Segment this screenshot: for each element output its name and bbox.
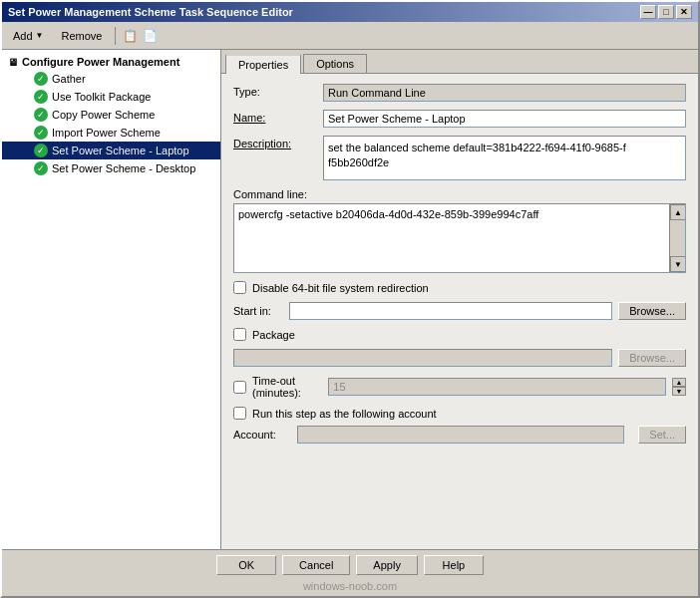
close-button[interactable]: ✕: [676, 5, 692, 19]
type-value-container: [323, 84, 686, 102]
sidebar-item-label-toolkit: Use Toolkit Package: [52, 91, 151, 103]
package-input[interactable]: [233, 349, 612, 367]
tree-expand-icon: 🖥: [8, 57, 18, 68]
sidebar-header: 🖥 Configure Power Management: [2, 54, 220, 70]
sidebar-item-gather[interactable]: ✓ Gather: [2, 70, 220, 88]
spin-down-button[interactable]: ▼: [672, 387, 686, 396]
package-checkbox[interactable]: [233, 328, 246, 341]
timeout-label: Time-out (minutes):: [252, 375, 322, 399]
browse1-button[interactable]: Browse...: [618, 302, 686, 320]
tab-bar: Properties Options: [221, 50, 698, 74]
run-step-checkbox[interactable]: [233, 407, 246, 420]
add-dropdown-icon: ▼: [36, 31, 44, 40]
sidebar-item-toolkit[interactable]: ✓ Use Toolkit Package: [2, 88, 220, 106]
sidebar-item-import[interactable]: ✓ Import Power Scheme: [2, 124, 220, 142]
toolbar-icon-2[interactable]: 📄: [142, 28, 158, 44]
scroll-track: [670, 220, 685, 256]
sidebar-item-label-import: Import Power Scheme: [52, 127, 161, 139]
title-bar-buttons: — □ ✕: [640, 5, 692, 19]
spin-up-button[interactable]: ▲: [672, 378, 686, 387]
timeout-checkbox[interactable]: [233, 381, 246, 394]
window-title: Set Power Management Scheme Task Sequenc…: [8, 6, 293, 18]
timeout-input[interactable]: [328, 378, 666, 396]
run-step-row: Run this step as the following account: [233, 407, 686, 420]
type-input[interactable]: [323, 84, 686, 102]
toolbar-icon-1[interactable]: 📋: [122, 28, 138, 44]
description-text: set the balanced scheme default=381b4222…: [328, 142, 626, 168]
sidebar-item-desktop[interactable]: ✓ Set Power Scheme - Desktop: [2, 159, 220, 177]
toolbar-separator: [115, 27, 116, 45]
sidebar-item-copy[interactable]: ✓ Copy Power Scheme: [2, 106, 220, 124]
title-bar: Set Power Management Scheme Task Sequenc…: [2, 2, 698, 22]
description-label: Description:: [233, 136, 323, 150]
package-section: Package Browse...: [233, 328, 686, 367]
apply-button[interactable]: Apply: [356, 555, 418, 575]
toolbar: Add ▼ Remove 📋 📄: [2, 22, 698, 50]
sidebar-item-laptop[interactable]: ✓ Set Power Scheme - Laptop: [2, 142, 220, 159]
package-input-wrap: [233, 349, 612, 367]
main-content: 🖥 Configure Power Management ✓ Gather ✓ …: [2, 50, 698, 549]
remove-button[interactable]: Remove: [55, 27, 110, 45]
account-label: Account:: [233, 429, 289, 441]
check-icon-gather: ✓: [34, 72, 48, 86]
bottom-bar: OK Cancel Apply Help: [2, 549, 698, 580]
form-row-type: Type:: [233, 84, 686, 102]
watermark: windows-noob.com: [2, 580, 698, 596]
start-in-input-wrap: [289, 302, 612, 320]
package-label: Package: [252, 329, 295, 341]
timeout-spinner: ▲ ▼: [672, 378, 686, 396]
check-icon-desktop: ✓: [34, 161, 48, 175]
bottom-area: OK Cancel Apply Help windows-noob.com: [2, 549, 698, 596]
description-box[interactable]: set the balanced scheme default=381b4222…: [323, 136, 686, 180]
timeout-row: Time-out (minutes): ▲ ▼: [233, 375, 686, 399]
cmdline-section: Command line: powercfg -setactive b20406…: [233, 188, 686, 273]
account-input-wrap: [297, 426, 624, 444]
browse2-button[interactable]: Browse...: [618, 349, 686, 367]
account-input[interactable]: [297, 426, 624, 444]
check-icon-copy: ✓: [34, 108, 48, 122]
sidebar-item-label-gather: Gather: [52, 73, 86, 85]
check-icon-laptop: ✓: [34, 144, 48, 157]
cmdline-box[interactable]: powercfg -setactive b20406da-4d0d-432e-8…: [233, 203, 686, 273]
ok-button[interactable]: OK: [216, 555, 276, 575]
tab-options[interactable]: Options: [303, 54, 367, 73]
type-label: Type:: [233, 84, 323, 98]
form-row-name: Name:: [233, 110, 686, 128]
description-value-container: set the balanced scheme default=381b4222…: [323, 136, 686, 180]
name-label: Name:: [233, 110, 323, 124]
sidebar-item-label-desktop: Set Power Scheme - Desktop: [52, 162, 195, 174]
help-button[interactable]: Help: [424, 555, 484, 575]
form-row-description: Description: set the balanced scheme def…: [233, 136, 686, 180]
check-icon-import: ✓: [34, 126, 48, 140]
set-button[interactable]: Set...: [638, 426, 686, 444]
right-panel: Properties Options Type: Name:: [221, 50, 698, 549]
package-input-row: Browse...: [233, 349, 686, 367]
cmdline-text: powercfg -setactive b20406da-4d0d-432e-8…: [238, 208, 681, 220]
cmdline-label: Command line:: [233, 188, 686, 200]
tab-content-properties: Type: Name: Description:: [221, 74, 698, 549]
minimize-button[interactable]: —: [640, 5, 656, 19]
sidebar: 🖥 Configure Power Management ✓ Gather ✓ …: [2, 50, 221, 549]
cmdline-scrollbar: ▲ ▼: [669, 204, 685, 272]
disable-64bit-checkbox[interactable]: [233, 281, 246, 294]
sidebar-header-label: Configure Power Management: [22, 56, 179, 68]
disable-64bit-label: Disable 64-bit file system redirection: [252, 282, 429, 294]
check-icon-toolkit: ✓: [34, 90, 48, 104]
name-input[interactable]: [323, 110, 686, 128]
add-label: Add: [13, 30, 33, 42]
start-in-label: Start in:: [233, 305, 289, 317]
maximize-button[interactable]: □: [658, 5, 674, 19]
cancel-button[interactable]: Cancel: [282, 555, 350, 575]
disable-64bit-row: Disable 64-bit file system redirection: [233, 281, 686, 294]
scroll-up-button[interactable]: ▲: [670, 204, 686, 220]
main-window: Set Power Management Scheme Task Sequenc…: [0, 0, 700, 598]
scroll-down-button[interactable]: ▼: [670, 256, 686, 272]
name-value-container: [323, 110, 686, 128]
run-step-label: Run this step as the following account: [252, 408, 437, 420]
sidebar-item-label-laptop: Set Power Scheme - Laptop: [52, 145, 189, 156]
tab-properties[interactable]: Properties: [225, 54, 301, 74]
account-row: Account: Set...: [233, 426, 686, 444]
package-checkbox-row: Package: [233, 328, 686, 341]
add-button[interactable]: Add ▼: [6, 27, 51, 45]
start-in-input[interactable]: [289, 302, 612, 320]
